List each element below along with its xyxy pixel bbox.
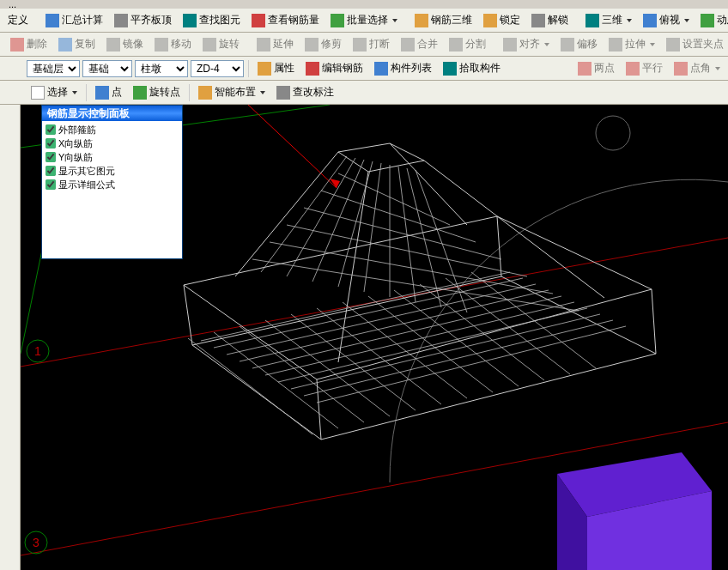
svg-line-26 <box>278 308 587 382</box>
cube3d-icon <box>585 14 599 27</box>
batch-select-btn[interactable]: 批量选择 <box>326 10 402 30</box>
panel-body: 外部箍筋 X向纵筋 Y向纵筋 显示其它图元 显示详细公式 <box>42 121 182 258</box>
select-tool-btn[interactable]: 选择 <box>27 82 82 102</box>
attr-btn[interactable]: 属性 <box>253 58 299 78</box>
topview-icon <box>643 14 657 27</box>
cursor-icon <box>31 86 45 100</box>
topview-btn[interactable]: 俯视 <box>639 10 694 30</box>
zd-select[interactable]: ZD-4 <box>191 60 244 77</box>
svg-line-35 <box>317 308 441 404</box>
toolbar-edit: 删除 复制 镜像 移动 旋转 延伸 修剪 打断 合并 分割 对齐 偏移 拉伸 设… <box>0 33 728 57</box>
two-point-btn[interactable]: 两点 <box>573 58 619 78</box>
svg-line-41 <box>471 272 596 368</box>
svg-line-13 <box>652 289 656 354</box>
align-board-btn[interactable]: 平齐板顶 <box>110 10 176 30</box>
offset-btn[interactable]: 偏移 <box>556 34 602 54</box>
move-btn[interactable]: 移动 <box>150 34 196 54</box>
separator <box>248 60 249 77</box>
chk-show-other[interactable]: 显示其它图元 <box>44 164 180 178</box>
rotate-icon <box>203 38 216 52</box>
align-btn[interactable]: 对齐 <box>499 34 554 54</box>
merge-btn[interactable]: 合并 <box>397 34 442 54</box>
rotpoint-icon <box>133 86 147 100</box>
split-btn[interactable]: 分割 <box>445 34 490 54</box>
parallel-icon <box>626 62 640 76</box>
setgrip-btn[interactable]: 设置夹点 <box>662 34 728 54</box>
svg-line-21 <box>214 278 523 348</box>
svg-line-55 <box>321 191 476 242</box>
mirror-btn[interactable]: 镜像 <box>102 34 148 54</box>
stretch-btn[interactable]: 拉伸 <box>604 34 659 54</box>
parallel-btn[interactable]: 平行 <box>622 58 667 78</box>
base-select[interactable]: 基础 <box>82 60 132 77</box>
svg-line-33 <box>265 320 390 416</box>
svg-marker-10 <box>184 216 652 379</box>
svg-line-37 <box>368 296 493 392</box>
extend-icon <box>257 38 270 52</box>
toolbar-main: 定义 汇总计算 平齐板顶 查找图元 查看钢筋量 批量选择 钢筋三维 锁定 解锁 … <box>0 9 728 33</box>
chevron-down-icon <box>72 91 77 94</box>
svg-marker-15 <box>338 143 424 172</box>
rotpoint-btn[interactable]: 旋转点 <box>129 82 185 102</box>
mirror-icon <box>106 38 120 52</box>
trim-btn[interactable]: 修剪 <box>300 34 346 54</box>
svg-line-20 <box>201 272 510 341</box>
copy-btn[interactable]: 复制 <box>54 34 100 54</box>
unlock-btn[interactable]: 解锁 <box>527 10 573 30</box>
chk-external-stirrup[interactable]: 外部箍筋 <box>44 123 180 136</box>
svg-line-52 <box>270 242 553 294</box>
view-3d-btn[interactable]: 三维 <box>581 10 636 30</box>
chk-show-formula[interactable]: 显示详细公式 <box>44 178 180 191</box>
sigma-icon <box>46 14 59 27</box>
svg-line-30 <box>188 338 312 434</box>
edit-rebar-btn[interactable]: 编辑钢筋 <box>301 58 367 78</box>
chk-y-longitudinal[interactable]: Y向纵筋 <box>44 150 180 164</box>
point-angle-btn[interactable]: 点角 <box>670 58 725 78</box>
separator <box>86 84 87 101</box>
svg-line-36 <box>343 302 467 398</box>
angle-icon <box>674 62 688 76</box>
chevron-down-icon <box>715 67 720 70</box>
list-icon <box>374 62 388 76</box>
chk-x-longitudinal[interactable]: X向纵筋 <box>44 136 180 150</box>
pick-component-btn[interactable]: 拾取构件 <box>439 58 505 78</box>
svg-line-27 <box>291 314 600 389</box>
delete-icon <box>10 38 24 52</box>
lock-btn[interactable]: 锁定 <box>479 10 525 30</box>
view-rebar-btn[interactable]: 查看钢筋量 <box>247 10 324 30</box>
align-icon <box>503 38 517 52</box>
rotate-btn[interactable]: 旋转 <box>198 34 244 54</box>
floor-select[interactable]: 基础层 <box>27 60 80 77</box>
chevron-down-icon <box>650 43 655 46</box>
rebar-3d-btn[interactable]: 钢筋三维 <box>410 10 476 30</box>
svg-line-51 <box>252 259 579 311</box>
point-tool-btn[interactable]: 点 <box>91 82 126 102</box>
svg-point-4 <box>596 116 630 150</box>
copy-icon <box>58 38 72 52</box>
chevron-down-icon <box>544 43 549 46</box>
define-btn[interactable]: 定义 <box>3 10 33 30</box>
property-icon <box>258 62 271 76</box>
lock-icon <box>483 14 497 27</box>
panel-titlebar[interactable]: 钢筋显示控制面板 <box>42 106 182 121</box>
svg-line-19 <box>338 172 368 362</box>
orbit-btn[interactable]: 动态观察 <box>696 10 728 30</box>
sum-calc-btn[interactable]: 汇总计算 <box>41 10 107 30</box>
rebar3d-icon <box>415 14 428 27</box>
chevron-down-icon <box>627 19 632 22</box>
move-icon <box>155 38 168 52</box>
search-icon <box>183 14 197 27</box>
delete-btn[interactable]: 删除 <box>6 34 52 54</box>
annotate-btn[interactable]: 查改标注 <box>272 82 338 102</box>
extend-btn[interactable]: 延伸 <box>252 34 298 54</box>
find-element-btn[interactable]: 查找图元 <box>179 10 245 30</box>
break-btn[interactable]: 打断 <box>349 34 394 54</box>
unlock-icon <box>531 14 545 27</box>
svg-line-32 <box>240 326 364 422</box>
column-select[interactable]: 柱墩 <box>135 60 188 77</box>
viewport-3d[interactable]: 钢筋显示控制面板 外部箍筋 X向纵筋 Y向纵筋 显示其它图元 显示详细公式 1 <box>21 105 728 570</box>
rebar-display-panel[interactable]: 钢筋显示控制面板 外部箍筋 X向纵筋 Y向纵筋 显示其它图元 显示详细公式 <box>41 105 183 259</box>
component-list-btn[interactable]: 构件列表 <box>370 58 436 78</box>
offset-icon <box>561 38 574 52</box>
smart-layout-btn[interactable]: 智能布置 <box>194 82 270 102</box>
